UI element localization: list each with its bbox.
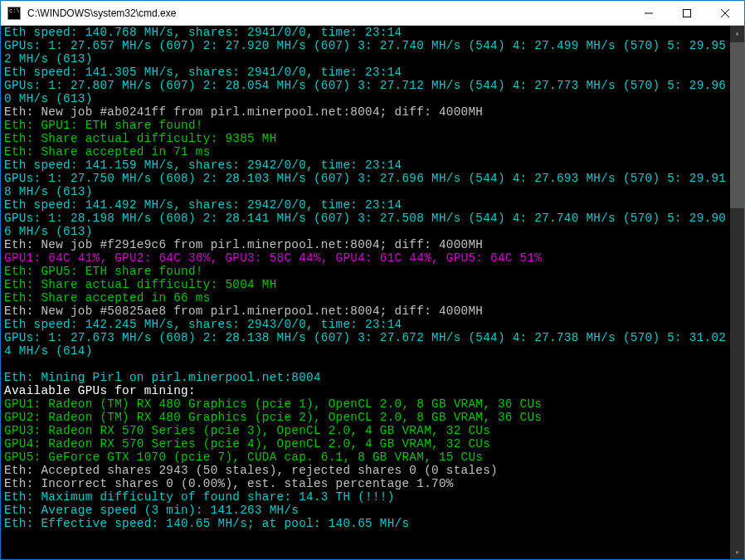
window-title: C:\WINDOWS\system32\cmd.exe	[27, 7, 630, 19]
terminal-output[interactable]: Eth speed: 140.768 MH/s, shares: 2941/0/…	[1, 26, 730, 559]
terminal-line: Eth speed: 142.245 MH/s, shares: 2943/0/…	[4, 318, 402, 331]
terminal-line: GPUs: 1: 27.673 MH/s (608) 2: 28.138 MH/…	[4, 331, 726, 358]
terminal-line: GPU5: GeForce GTX 1070 (pcie 7), CUDA ca…	[4, 450, 483, 464]
terminal-line: GPU3: Radeon RX 570 Series (pcie 3), Ope…	[4, 424, 490, 437]
scroll-up-arrow[interactable]: ▴	[730, 26, 744, 40]
terminal-line: Eth: Share accepted in 71 ms	[4, 145, 211, 158]
scrollbar-thumb[interactable]	[730, 42, 744, 208]
terminal-line: Eth: Effective speed: 140.65 MH/s; at po…	[4, 517, 409, 530]
terminal-line: Eth speed: 141.159 MH/s, shares: 2942/0/…	[4, 158, 402, 172]
terminal-line: GPUs: 1: 28.198 MH/s (608) 2: 28.141 MH/…	[4, 212, 726, 238]
terminal-line: Available GPUs for mining:	[4, 384, 196, 397]
close-icon	[721, 9, 729, 17]
titlebar: C:\WINDOWS\system32\cmd.exe	[1, 1, 744, 26]
terminal-line: GPUs: 1: 27.657 MH/s (607) 2: 27.920 MH/…	[4, 39, 726, 66]
terminal-line: Eth: Share actual difficulty: 5004 MH	[4, 278, 277, 291]
terminal-wrapper: Eth speed: 140.768 MH/s, shares: 2941/0/…	[1, 26, 744, 559]
scrollbar[interactable]: ▴ ▾	[730, 26, 744, 559]
terminal-line: Eth: Incorrect shares 0 (0.00%), est. st…	[4, 477, 454, 490]
terminal-line: GPU4: Radeon RX 570 Series (pcie 4), Ope…	[4, 437, 490, 450]
terminal-line: GPU1: Radeon (TM) RX 480 Graphics (pcie …	[4, 397, 542, 411]
terminal-line: Eth: Maximum difficulty of found share: …	[4, 490, 395, 504]
terminal-line: Eth: Share actual difficulty: 9385 MH	[4, 132, 277, 145]
terminal-line: Eth speed: 141.305 MH/s, shares: 2941/0/…	[4, 66, 402, 79]
minimize-button[interactable]	[630, 1, 668, 25]
terminal-line: GPU2: Radeon (TM) RX 480 Graphics (pcie …	[4, 411, 542, 424]
terminal-line: Eth: Mining Pirl on pirl.minerpool.net:8…	[4, 371, 321, 384]
svg-rect-1	[684, 9, 691, 17]
cmd-window: C:\WINDOWS\system32\cmd.exe Eth speed: 1…	[0, 0, 745, 560]
terminal-line: Eth: Share accepted in 66 ms	[4, 291, 211, 304]
terminal-line: Eth: GPU5: ETH share found!	[4, 265, 203, 278]
terminal-line: GPUs: 1: 27.750 MH/s (608) 2: 28.103 MH/…	[4, 172, 726, 198]
terminal-line: Eth: New job #50825ae8 from pirl.minerpo…	[4, 304, 483, 318]
close-button[interactable]	[706, 1, 744, 25]
minimize-icon	[645, 9, 653, 17]
scroll-down-arrow[interactable]: ▾	[730, 545, 744, 559]
terminal-line: Eth: Accepted shares 2943 (50 stales), r…	[4, 464, 498, 477]
terminal-line: Eth: New job #f291e9c6 from pirl.minerpo…	[4, 238, 483, 251]
terminal-line: Eth speed: 140.768 MH/s, shares: 2941/0/…	[4, 26, 402, 39]
terminal-line: GPU1: 64C 41%, GPU2: 64C 36%, GPU3: 58C …	[4, 251, 542, 265]
maximize-icon	[683, 9, 691, 17]
terminal-line: Eth speed: 141.492 MH/s, shares: 2942/0/…	[4, 198, 402, 212]
terminal-line: Eth: Average speed (3 min): 141.263 MH/s	[4, 504, 299, 517]
cmd-icon	[7, 7, 21, 20]
terminal-line: GPUs: 1: 27.807 MH/s (607) 2: 28.054 MH/…	[4, 79, 726, 105]
maximize-button[interactable]	[668, 1, 706, 25]
terminal-line: Eth: New job #ab0241ff from pirl.minerpo…	[4, 105, 483, 119]
window-controls	[630, 1, 744, 25]
terminal-line: Eth: GPU1: ETH share found!	[4, 119, 203, 132]
